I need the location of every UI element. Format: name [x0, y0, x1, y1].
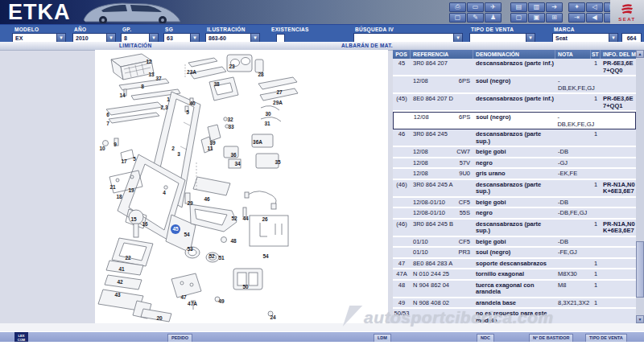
col-info-modelo[interactable]: INFO. DEL MODELO: [601, 50, 636, 59]
diagram-callout-5[interactable]: 5: [186, 109, 189, 115]
go-end-icon[interactable]: ⇥: [568, 13, 585, 23]
diagram-callout-38[interactable]: 38: [213, 81, 219, 87]
edit-icon[interactable]: ✎: [467, 13, 484, 23]
scroll-up-icon[interactable]: ▲: [636, 50, 644, 58]
col-pos[interactable]: POS: [393, 50, 411, 59]
window-copy-icon[interactable]: ▥: [528, 2, 545, 12]
diagram-callout-12[interactable]: 12: [146, 59, 151, 64]
diagram-callout-49[interactable]: 49: [218, 298, 224, 304]
diagram-callout-54[interactable]: 54: [262, 253, 268, 259]
window-icon[interactable]: ▤: [510, 2, 527, 12]
diagram-callout-2,3[interactable]: 2,3: [160, 105, 167, 110]
diagram-callout-37[interactable]: 37: [155, 76, 161, 81]
diagram-callout-40[interactable]: 40: [189, 101, 195, 106]
table-row[interactable]: 478E0 864 283 Asoporte descansabrazos1: [393, 259, 636, 270]
screen-icon[interactable]: ▢: [449, 13, 466, 23]
tab-albaran-de-mat[interactable]: ALBARÁN DE MAT.: [341, 43, 393, 48]
diagram-callout-47A[interactable]: 47A: [188, 301, 197, 306]
diagram-callout-3[interactable]: 3: [177, 151, 180, 157]
diagram-callout-23[interactable]: 23: [229, 64, 234, 69]
cart-icon[interactable]: ⊞: [546, 13, 563, 23]
diagram-callout-46[interactable]: 46: [204, 196, 209, 202]
diagram-callout-27[interactable]: 27: [276, 89, 282, 95]
diagram-callout-4[interactable]: 4: [163, 190, 166, 195]
diagram-callout-29[interactable]: 29: [187, 200, 192, 206]
diagram-callout-52[interactable]: 52: [208, 253, 214, 259]
table-row[interactable]: 12/08-01/1055Snegro-DB,FE,GJ: [393, 208, 636, 220]
col-denominacion[interactable]: DENOMINACIÓN: [473, 50, 555, 59]
users-icon[interactable]: ♟: [485, 13, 502, 23]
diagram-callout-31[interactable]: 31: [264, 121, 270, 126]
table-row[interactable]: 12/08CW7beige gobi-DB: [393, 147, 636, 158]
diagram-callout-8[interactable]: 8: [141, 84, 144, 89]
document-icon[interactable]: ▭: [467, 2, 484, 12]
table-row[interactable]: 12/086PSsoul (negro)-DB,EK,FE,GJ: [393, 76, 636, 94]
table-row[interactable]: 48N 904 862 04tuerca exagonal con arande…: [393, 281, 636, 298]
diagram-callout-9[interactable]: 9: [114, 142, 117, 147]
diagram-callout-51[interactable]: 51: [218, 255, 224, 261]
devices-icon[interactable]: ▢: [510, 13, 527, 23]
table-row[interactable]: 463R0 864 245descansabrazos (parte sup.)…: [393, 129, 636, 147]
diagram-callout-22[interactable]: 22: [125, 255, 130, 261]
send-icon[interactable]: ✈: [485, 2, 502, 12]
diagram-callout-7[interactable]: 7: [106, 121, 109, 126]
table-row[interactable]: 453R0 864 207descansabrazos (parte inf.)…: [393, 59, 636, 76]
diagram-callout-26[interactable]: 26: [262, 216, 267, 222]
table-row[interactable]: 12/08-01/10CF5beige gobi-DB: [393, 198, 636, 209]
diagram-callout-16[interactable]: 16: [142, 221, 147, 227]
table-row[interactable]: (46)3R0 864 245 Adescansabrazos (parte s…: [393, 180, 636, 198]
diagram-callout-42[interactable]: 42: [117, 279, 122, 285]
diagram-callout-41[interactable]: 41: [118, 266, 124, 272]
diagram-callout-17[interactable]: 17: [121, 158, 126, 164]
diagram-callout-1[interactable]: 1: [167, 97, 170, 102]
diagram-callout-54[interactable]: 54: [184, 232, 189, 237]
table-row[interactable]: 01/10PR3soul (negro)-FE,GJ: [393, 248, 636, 259]
diagram-callout-6[interactable]: 6: [106, 112, 109, 117]
diagram-callout-39[interactable]: 39: [209, 140, 215, 146]
list-icon[interactable]: ▣: [528, 13, 545, 23]
diagram-callout-24[interactable]: 24: [270, 314, 275, 320]
diagram-callout-29A[interactable]: 29A: [273, 100, 283, 105]
table-row[interactable]: (45)8E0 864 207 Ddescansabrazos (parte i…: [393, 94, 636, 112]
col-referencia[interactable]: REFERENCIA: [411, 50, 473, 59]
print-icon[interactable]: ⎙: [449, 2, 466, 12]
diagram-callout-47[interactable]: 47: [180, 294, 186, 300]
scrollbar-thumb[interactable]: [636, 241, 644, 298]
diagram-callout-23A[interactable]: 23A: [187, 69, 196, 75]
diagram-callout-2[interactable]: 2: [171, 146, 175, 151]
diagram-callout-15[interactable]: 15: [130, 216, 136, 222]
back-icon[interactable]: ◀: [586, 13, 603, 23]
diagram-callout-18[interactable]: 18: [116, 194, 122, 199]
table-row[interactable]: 49N 908 408 02arandela base8,3X21,3X21: [393, 298, 636, 310]
col-nota[interactable]: NOTA: [555, 50, 591, 59]
table-row[interactable]: 12/0857Vnegro-GJ: [393, 158, 636, 170]
diagram-callout-11[interactable]: 11: [208, 146, 213, 151]
table-row[interactable]: 12/089U0gris urano-EK,FE: [393, 169, 636, 180]
table-row[interactable]: 50/53no es repuesto para este modelo: [393, 309, 636, 323]
col-st[interactable]: ST: [591, 50, 601, 59]
diagram-callout-43[interactable]: 43: [114, 292, 120, 298]
table-row[interactable]: (46)3R0 864 245 Bdescansabrazos (parte s…: [393, 220, 636, 237]
cart-add-icon[interactable]: ➔: [546, 2, 563, 12]
diagram-callout-32[interactable]: 32: [227, 117, 233, 122]
diagram-callout-33[interactable]: 33: [228, 124, 233, 129]
diagram-callout-45[interactable]: 45: [171, 224, 180, 234]
diagram-callout-50[interactable]: 50: [242, 284, 248, 290]
diagram-callout-5[interactable]: 5: [133, 156, 136, 162]
table-scrollbar[interactable]: ▲ ▼: [636, 50, 644, 323]
diagram-callout-44[interactable]: 44: [242, 216, 248, 221]
diagram-callout-53[interactable]: 53: [187, 246, 192, 252]
pin-icon[interactable]: ✦: [568, 2, 585, 12]
table-row[interactable]: 47AN 010 244 25tornillo exagonalM8X301: [393, 269, 636, 281]
diagram-callout-28[interactable]: 28: [258, 72, 263, 77]
diagram-callout-10[interactable]: 10: [99, 146, 105, 151]
table-row[interactable]: 01/10CF5beige gobi-DB: [393, 237, 636, 248]
diagram-callout-52[interactable]: 52: [231, 216, 237, 221]
diagram-callout-48[interactable]: 48: [230, 238, 236, 244]
diagram-callout-36[interactable]: 36: [230, 152, 236, 158]
page-back-icon[interactable]: ◁: [586, 2, 603, 12]
diagram-callout-19[interactable]: 19: [128, 187, 134, 193]
tab-limitacion[interactable]: LIMITACIÓN: [119, 43, 151, 48]
table-row[interactable]: 12/086PSsoul (negro)-DB,EK,FE,GJ: [393, 112, 636, 129]
diagram-callout-35[interactable]: 35: [275, 159, 280, 165]
